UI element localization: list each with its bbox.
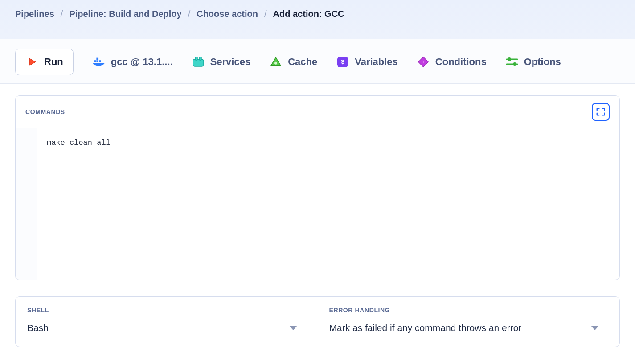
svg-rect-3 [96, 58, 98, 60]
cache-icon [269, 55, 283, 69]
tab-conditions-label: Conditions [435, 56, 487, 68]
tab-options-label: Options [524, 56, 561, 68]
svg-rect-6 [199, 57, 201, 60]
shell-column: SHELL Bash [16, 297, 318, 347]
breadcrumb-header: Pipelines / Pipeline: Build and Deploy /… [0, 0, 635, 39]
tab-environment-label: gcc @ 13.1.... [111, 56, 173, 68]
tab-options[interactable]: Options [505, 55, 561, 69]
tab-cache-label: Cache [288, 56, 317, 68]
options-icon [505, 55, 519, 69]
svg-text:IF: IF [422, 60, 425, 64]
content-area: COMMANDS make clean all SHELL Bash ERROR… [0, 84, 635, 353]
variables-icon: $ [336, 55, 349, 69]
shell-label: SHELL [27, 307, 306, 314]
breadcrumb-pipeline[interactable]: Pipeline: Build and Deploy [69, 9, 181, 19]
svg-rect-0 [94, 60, 96, 62]
shell-value: Bash [27, 323, 49, 333]
svg-rect-2 [99, 60, 101, 62]
error-handling-column: ERROR HANDLING Mark as failed if any com… [318, 297, 620, 347]
svg-rect-4 [193, 59, 204, 66]
chevron-down-icon [591, 326, 599, 330]
breadcrumb: Pipelines / Pipeline: Build and Deploy /… [15, 9, 620, 19]
settings-card: SHELL Bash ERROR HANDLING Mark as failed… [15, 296, 620, 347]
svg-text:$: $ [341, 58, 345, 65]
expand-button[interactable] [592, 103, 610, 121]
code-editor[interactable]: make clean all [16, 128, 619, 280]
shell-select[interactable]: Bash [27, 323, 306, 333]
editor-gutter [16, 128, 37, 280]
tab-environment[interactable]: gcc @ 13.1.... [92, 55, 173, 69]
tab-run-label: Run [44, 56, 63, 68]
tab-variables-label: Variables [355, 56, 398, 68]
tab-run[interactable]: Run [15, 49, 74, 75]
tab-conditions[interactable]: IF Conditions [417, 55, 487, 69]
tab-cache[interactable]: Cache [269, 55, 317, 69]
services-icon [192, 55, 205, 69]
svg-rect-5 [195, 57, 197, 60]
error-handling-label: ERROR HANDLING [329, 307, 608, 314]
breadcrumb-separator: / [188, 9, 191, 19]
chevron-down-icon [289, 326, 297, 330]
tab-variables[interactable]: $ Variables [336, 55, 398, 69]
docker-icon [92, 55, 106, 69]
commands-card: COMMANDS make clean all [15, 95, 620, 280]
error-handling-value: Mark as failed if any command throws an … [329, 323, 522, 333]
editor-content[interactable]: make clean all [37, 128, 619, 280]
breadcrumb-pipelines[interactable]: Pipelines [15, 9, 54, 19]
tabs-bar: Run gcc @ 13.1.... [0, 39, 635, 84]
play-icon [25, 55, 39, 69]
breadcrumb-current: Add action: GCC [273, 9, 344, 19]
svg-point-7 [274, 62, 277, 65]
breadcrumb-separator: / [61, 9, 63, 19]
commands-label: COMMANDS [25, 108, 65, 115]
conditions-icon: IF [417, 55, 430, 69]
tab-services-label: Services [210, 56, 251, 68]
svg-point-12 [508, 57, 511, 61]
breadcrumb-separator: / [264, 9, 267, 19]
svg-point-14 [513, 62, 516, 66]
expand-icon [596, 107, 606, 117]
error-handling-select[interactable]: Mark as failed if any command throws an … [329, 323, 608, 333]
svg-rect-1 [96, 60, 98, 62]
tab-services[interactable]: Services [192, 55, 251, 69]
breadcrumb-choose-action[interactable]: Choose action [197, 9, 258, 19]
